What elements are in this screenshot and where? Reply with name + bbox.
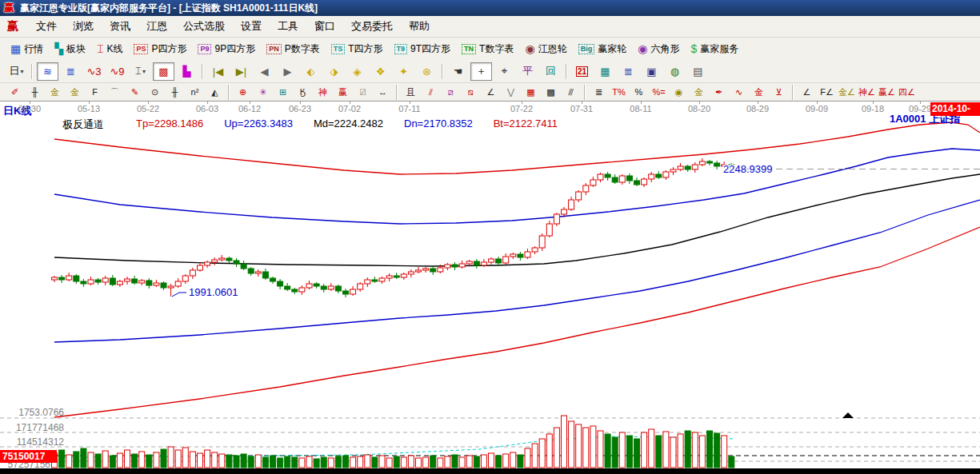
draw-tool-button[interactable]: ∿3: [83, 62, 105, 81]
draw-tool-button[interactable]: ☚: [447, 62, 469, 81]
gann-tool-button[interactable]: ◉: [669, 84, 689, 100]
draw-tool-button[interactable]: ▦: [594, 62, 616, 81]
draw-tool-button[interactable]: ◍: [664, 62, 686, 81]
news-menu[interactable]: 资讯: [102, 19, 138, 34]
9t-square-button[interactable]: T99T四方形: [389, 39, 457, 58]
p-square-button[interactable]: PSP四方形: [128, 39, 192, 58]
gann-tool-button[interactable]: 金∠: [837, 84, 857, 100]
draw-tool-button[interactable]: ▤: [687, 62, 709, 81]
draw-tool-button[interactable]: ◈: [346, 62, 368, 81]
winner-wheel-button[interactable]: Big赢家轮: [573, 39, 633, 58]
browse-menu[interactable]: 浏览: [65, 19, 102, 34]
gann-tool-button[interactable]: ╫: [25, 84, 45, 100]
draw-tool-button[interactable]: ⊛: [416, 62, 438, 81]
draw-tool-button[interactable]: 日▾: [6, 62, 27, 81]
gann-tool-button[interactable]: n²: [185, 84, 205, 100]
gann-tool-button[interactable]: ↔: [373, 84, 393, 100]
chart-canvas[interactable]: 2248.9399 1991.0601 1753.0766 171771468 …: [0, 117, 980, 474]
draw-tool-button[interactable]: ⬖: [300, 62, 322, 81]
winner-service-button[interactable]: $赢家服务: [685, 39, 744, 58]
gann-tool-button[interactable]: 神: [313, 84, 333, 100]
gann-tool-button[interactable]: ▩: [541, 84, 561, 100]
trade-menu[interactable]: 交易委托: [343, 19, 401, 34]
gann-tool-button[interactable]: 赢: [333, 84, 353, 100]
gann-tool-button[interactable]: ⋁: [501, 84, 521, 100]
draw-tool-button[interactable]: 回: [540, 62, 562, 81]
kline-button[interactable]: ⌶K线: [91, 39, 128, 58]
p-number-button[interactable]: PNP数字表: [261, 39, 326, 58]
gann-tool-button[interactable]: ⌒: [105, 84, 125, 100]
gann-tool-button[interactable]: Ӄ: [293, 84, 313, 100]
gann-tool-button[interactable]: ⊞: [273, 84, 293, 100]
gann-tool-button[interactable]: ∠: [797, 84, 817, 100]
gann-tool-button[interactable]: ∿: [729, 84, 749, 100]
gann-menu[interactable]: 江恩: [138, 19, 175, 34]
gann-tool-button[interactable]: 金: [65, 84, 85, 100]
draw-tool-button[interactable]: ✦: [393, 62, 414, 81]
draw-tool-button[interactable]: ◀: [254, 62, 275, 81]
draw-tool-button[interactable]: ▩: [153, 62, 174, 81]
file-menu[interactable]: 文件: [28, 19, 65, 34]
gann-tool-button[interactable]: T%: [609, 84, 629, 100]
gann-tool-button[interactable]: 神∠: [857, 84, 877, 100]
sectors-button[interactable]: ▚板块: [49, 39, 91, 58]
gann-tool-button[interactable]: F∠: [817, 84, 837, 100]
t-number-button[interactable]: TNT数字表: [456, 39, 519, 58]
gann-tool-button-icon: ⫻: [568, 87, 574, 98]
gann-tool-button[interactable]: ✒: [709, 84, 729, 100]
draw-tool-button[interactable]: ▶|: [230, 62, 252, 81]
settings-menu[interactable]: 设置: [233, 19, 270, 34]
tools-menu[interactable]: 工具: [270, 19, 306, 34]
draw-tool-button[interactable]: ⌶▾: [130, 62, 151, 81]
gann-wheel-button[interactable]: ◉江恩轮: [519, 39, 572, 58]
gann-tool-button[interactable]: ⊙: [145, 84, 165, 100]
gann-tool-button[interactable]: ⫻: [561, 84, 581, 100]
gann-tool-button[interactable]: 金: [689, 84, 709, 100]
window-menu[interactable]: 窗口: [306, 19, 343, 34]
help-menu[interactable]: 帮助: [401, 19, 438, 34]
gann-tool-button[interactable]: ⫽: [421, 84, 441, 100]
draw-tool-button[interactable]: ∿9: [106, 62, 128, 81]
draw-tool-button[interactable]: ≣: [60, 62, 82, 81]
gann-tool-button[interactable]: ▦: [521, 84, 541, 100]
draw-tool-button[interactable]: ▙: [176, 62, 198, 81]
gann-tool-button[interactable]: ⊕: [233, 84, 253, 100]
gann-tool-button[interactable]: ≣: [589, 84, 609, 100]
gann-tool-button[interactable]: F: [85, 84, 105, 100]
gann-tool-button[interactable]: %=: [649, 84, 669, 100]
draw-tool-button[interactable]: ▣: [641, 62, 662, 81]
gann-tool-button[interactable]: 金: [45, 84, 65, 100]
volume-bar: [408, 456, 414, 468]
gann-tool-button[interactable]: ∠: [481, 84, 501, 100]
draw-tool-button[interactable]: ＋: [470, 62, 492, 81]
t-square-button[interactable]: TST四方形: [326, 39, 389, 58]
gann-tool-button[interactable]: 赢∠: [877, 84, 897, 100]
gann-tool-button[interactable]: ✎: [125, 84, 145, 100]
gann-tool-button[interactable]: ⊻: [769, 84, 789, 100]
title-bar[interactable]: 赢 赢家江恩专业版[赢家内部服务平台] - [上证指数 SH1A0001-111…: [0, 0, 980, 16]
draw-tool-button[interactable]: ⬗: [323, 62, 345, 81]
gann-tool-button[interactable]: ◭: [205, 84, 225, 100]
draw-tool-button[interactable]: 21: [571, 62, 593, 81]
gann-tool-button[interactable]: %: [629, 84, 649, 100]
gann-tool-button[interactable]: 且: [401, 84, 421, 100]
draw-tool-button[interactable]: ⌖: [494, 62, 515, 81]
draw-tool-button[interactable]: ❖: [370, 62, 391, 81]
draw-tool-button[interactable]: ▶: [277, 62, 298, 81]
9p-square-button[interactable]: P99P四方形: [192, 39, 261, 58]
formula-select-menu[interactable]: 公式选股: [175, 19, 233, 34]
gann-tool-button[interactable]: 金: [749, 84, 769, 100]
gann-tool-button[interactable]: ✐: [5, 84, 25, 100]
draw-tool-button[interactable]: ≋: [37, 62, 58, 81]
draw-tool-button[interactable]: |◀: [207, 62, 229, 81]
quotes-button[interactable]: ▦行情: [5, 39, 49, 58]
gann-tool-button[interactable]: ⧄: [441, 84, 461, 100]
gann-tool-button[interactable]: ⍁: [353, 84, 373, 100]
gann-tool-button[interactable]: ✳: [253, 84, 273, 100]
hexagon-button[interactable]: ◉六角形: [632, 39, 685, 58]
draw-tool-button[interactable]: ≣: [618, 62, 639, 81]
gann-tool-button[interactable]: 四∠: [897, 84, 917, 100]
draw-tool-button[interactable]: 平: [517, 62, 538, 81]
gann-tool-button[interactable]: ╫: [165, 84, 185, 100]
gann-tool-button[interactable]: ⧅: [461, 84, 481, 100]
